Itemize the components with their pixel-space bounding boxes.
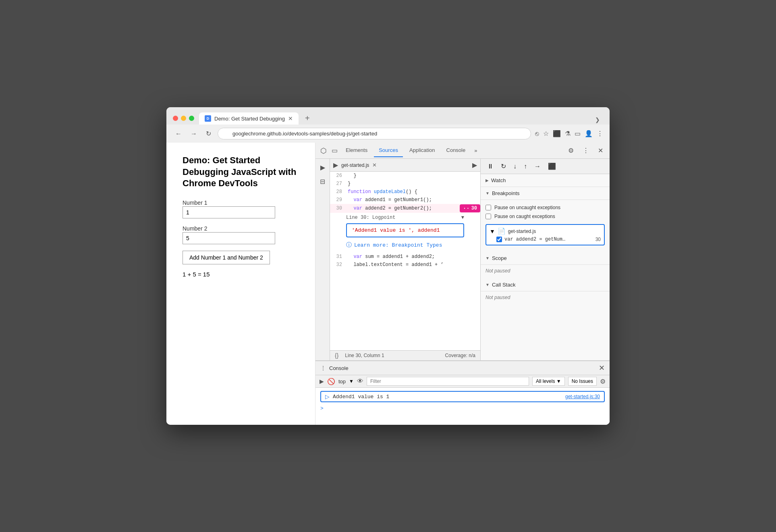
minimize-window-button[interactable] [181, 116, 186, 121]
no-issues-button[interactable]: No Issues [568, 377, 597, 386]
bp-file-row: ▼ 📄 get-started.js [490, 227, 601, 235]
bookmark-icon[interactable]: ☆ [543, 130, 549, 137]
step-button[interactable]: → [532, 162, 543, 171]
callstack-arrow-icon: ▼ [486, 283, 490, 287]
menu-icon[interactable]: ⋮ [597, 130, 603, 137]
file-tab-name[interactable]: get-started.js [341, 162, 369, 168]
browser-tab[interactable]: D Demo: Get Started Debugging ✕ [199, 112, 299, 125]
console-eye-icon[interactable]: 👁 [357, 378, 363, 385]
console-settings-icon[interactable]: ⚙ [600, 378, 606, 385]
reload-button[interactable]: ↻ [203, 128, 214, 139]
code-line-32: 32 label.textContent = addend1 + ’ [330, 261, 480, 269]
bp-code-row: var addend2 = getNum… 30 [490, 237, 601, 242]
bp-enabled-checkbox[interactable] [496, 237, 502, 242]
sources-fs-icon[interactable]: ⊟ [318, 176, 327, 187]
watch-arrow-icon: ▶ [486, 178, 489, 183]
pause-caught-checkbox[interactable] [486, 214, 491, 219]
status-position: Line 30, Column 1 [345, 353, 384, 358]
code-line-28: 28 function updateLabel() { [330, 188, 480, 196]
watch-section-header[interactable]: ▶ Watch [481, 174, 610, 187]
console-close-button[interactable]: ✕ [599, 364, 605, 372]
tab-overflow-button[interactable]: ❯ [592, 115, 603, 125]
maximize-window-button[interactable] [189, 116, 194, 121]
inspect-element-icon[interactable]: ⬡ [319, 145, 328, 157]
back-button[interactable]: ← [173, 129, 184, 139]
more-tabs-button[interactable]: » [472, 144, 479, 157]
sidebar-icon[interactable]: ▭ [575, 130, 581, 137]
file-tab-bar: ▶ get-started.js ✕ ▶ [330, 159, 480, 172]
console-drag-icon: ⋮ [320, 365, 326, 371]
main-content: Demo: Get Started Debugging JavaScript w… [166, 143, 610, 425]
logpoint-line-label: Line 30: Logpoint ▼ [330, 214, 480, 222]
address-icons: ⎋ ☆ ⬛ ⚗ ▭ 👤 ⋮ [535, 130, 603, 137]
bp-expand-icon[interactable]: ▼ [490, 228, 495, 235]
add-button[interactable]: Add Number 1 and Number 2 [183, 251, 270, 264]
callstack-section-header[interactable]: ▼ Call Stack [481, 278, 610, 291]
console-prompt[interactable]: > [315, 404, 610, 413]
step-out-button[interactable]: ↑ [521, 162, 529, 171]
tab-elements[interactable]: Elements [341, 144, 372, 157]
step-over-button[interactable]: ↻ [498, 161, 508, 171]
pause-uncaught-checkbox[interactable] [486, 205, 491, 210]
console-execute-icon[interactable]: ▶ [320, 378, 324, 384]
file-execute-icon[interactable]: ▶ [333, 161, 338, 169]
extensions-icon[interactable]: ⬛ [553, 130, 561, 137]
logpoint-expression[interactable]: 'Addend1 value is ', addend1 [352, 227, 440, 233]
address-input[interactable] [218, 128, 531, 139]
logpoint-badge[interactable]: 30 [460, 204, 480, 212]
console-filter-input[interactable] [367, 377, 529, 386]
tab-sources[interactable]: Sources [374, 144, 403, 157]
page-content: Demo: Get Started Debugging JavaScript w… [166, 143, 315, 425]
info-circle-icon: ⓘ [346, 241, 352, 249]
pretty-print-button[interactable]: {} [335, 352, 338, 359]
tab-console[interactable]: Console [442, 144, 471, 157]
step-into-button[interactable]: ↓ [511, 162, 519, 171]
deactivate-breakpoints-button[interactable]: ⬛ [546, 161, 558, 171]
devtools-close-button[interactable]: ✕ [595, 145, 606, 156]
tab-title: Demo: Get Started Debugging [214, 116, 285, 122]
pause-uncaught-option: Pause on uncaught exceptions [486, 203, 605, 212]
devtools-panel: ⬡ ▭ Elements Sources Application Console… [315, 143, 610, 425]
number1-input[interactable] [183, 206, 275, 218]
scope-status: Not paused [486, 266, 605, 275]
debugger-panel: ⏸ ↻ ↓ ↑ → ⬛ ▶ Watch [481, 159, 610, 360]
devtools-header: ⬡ ▭ Elements Sources Application Console… [315, 143, 610, 159]
page-title: Demo: Get Started Debugging JavaScript w… [183, 155, 299, 189]
number2-input[interactable] [183, 232, 275, 244]
console-level-button[interactable]: All levels ▼ [532, 377, 565, 386]
close-window-button[interactable] [173, 116, 178, 121]
logpoint-tooltip[interactable]: 'Addend1 value is ', addend1 [346, 223, 464, 237]
devtools-menu-button[interactable]: ⋮ [579, 145, 592, 156]
code-line-30: 30 var addend2 = getNumber2(); 30 [330, 204, 480, 213]
new-tab-button[interactable]: + [302, 112, 313, 125]
code-line-31: 31 var sum = addend1 + addend2; [330, 253, 480, 261]
profile-icon[interactable]: 👤 [585, 130, 593, 137]
share-icon[interactable]: ⎋ [535, 130, 539, 137]
file-play-icon[interactable]: ▶ [472, 161, 477, 169]
console-area: ⋮ Console ✕ ▶ 🚫 top ▼ 👁 All levels ▼ No … [315, 360, 610, 425]
console-title: Console [329, 365, 349, 371]
sources-nav-icon[interactable]: ▶ [319, 162, 327, 173]
traffic-lights [173, 116, 194, 121]
console-log-text: Addend1 value is 1 [333, 394, 389, 400]
number1-label: Number 1 [183, 200, 207, 206]
device-toolbar-icon[interactable]: ▭ [330, 145, 339, 156]
console-context-chevron[interactable]: ▼ [349, 378, 354, 384]
address-bar: ← → ↻ 🔒 ⎋ ☆ ⬛ ⚗ ▭ 👤 ⋮ [166, 125, 610, 143]
learn-more-link[interactable]: ⓘ Learn more: Breakpoint Types [330, 239, 480, 251]
pause-resume-button[interactable]: ⏸ [485, 162, 496, 171]
console-toolbar: ▶ 🚫 top ▼ 👁 All levels ▼ No Issues ⚙ [315, 375, 610, 388]
sources-sidebar: ▶ ⊟ [315, 159, 330, 360]
tab-application[interactable]: Application [405, 144, 440, 157]
console-log-source[interactable]: get-started.js:30 [565, 394, 600, 399]
file-tab-close-button[interactable]: ✕ [372, 162, 377, 168]
forward-button[interactable]: → [188, 129, 199, 139]
pause-uncaught-label: Pause on uncaught exceptions [494, 205, 560, 210]
tab-close-button[interactable]: ✕ [288, 116, 293, 121]
scope-section-header[interactable]: ▼ Scope [481, 252, 610, 265]
flask-icon[interactable]: ⚗ [565, 130, 571, 137]
devtools-settings-button[interactable]: ⚙ [565, 145, 577, 156]
console-log-entry: ▷ Addend1 value is 1 get-started.js:30 [320, 391, 605, 402]
console-ban-icon[interactable]: 🚫 [327, 378, 335, 385]
breakpoints-section-header[interactable]: ▼ Breakpoints [481, 187, 610, 200]
